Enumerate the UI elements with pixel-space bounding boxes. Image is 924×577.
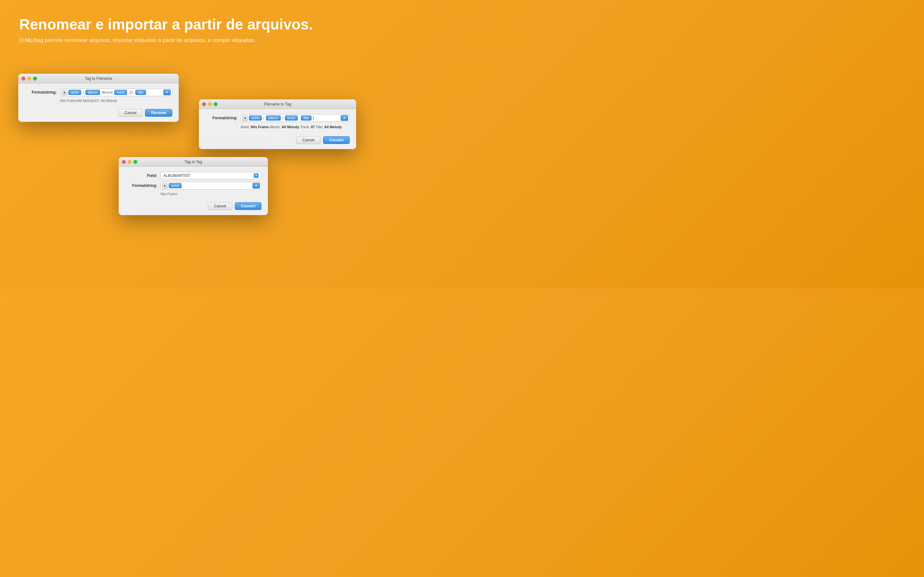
dialog3-preview: Nils Frahm [160, 192, 262, 196]
dialog3-minimize-button[interactable] [128, 160, 132, 164]
dialog3-dropdown[interactable]: ▾ [162, 183, 168, 189]
dialog1-maximize-button[interactable] [33, 77, 37, 81]
dialog2-formatstring-input[interactable]: ▾ artist / album / track title + [241, 114, 350, 122]
dialog1-sep2: /$num( [101, 90, 113, 94]
dialog2-dropdown[interactable]: ▾ [242, 115, 248, 121]
dialog2-add-button[interactable]: + [341, 115, 348, 121]
dialog3-cancel-button[interactable]: Cancel [208, 202, 232, 210]
dialog1-body: Formatstring: ▾ artist / album /$num( tr… [18, 83, 179, 122]
dialog3-close-button[interactable] [122, 160, 126, 164]
dialog1-tag-track: track [114, 90, 127, 95]
dialog1-rename-button[interactable]: Rename [145, 109, 172, 117]
dialog1-traffic-lights [21, 77, 37, 81]
dialog3-body: Field: ALBUMARTIST ▾ Formatstring: ▾ art… [119, 167, 268, 215]
dialog2-convert-button[interactable]: Convert [323, 136, 350, 144]
dialog2-tag-title: title [301, 115, 312, 121]
dialog2-close-button[interactable] [202, 102, 206, 106]
dialog3-maximize-button[interactable] [134, 160, 137, 164]
dialog2-button-row: Cancel Convert [205, 134, 350, 144]
dialog1-formatstring-input[interactable]: ▾ artist / album /$num( track ,2). title… [60, 89, 172, 96]
dialog2-titlebar: Filename to Tag [199, 99, 356, 109]
dialog3-title: Tag to Tag [184, 160, 202, 164]
dialog2-preview-title: All Melody [324, 125, 342, 129]
dialog2-preview-album-label: Album: [270, 125, 281, 129]
dialog1-formatstring-label: Formatstring: [25, 90, 57, 95]
page-header: Renomear e importar a partir de arquivos… [19, 16, 443, 44]
dialog1-preview: Nils Frahm/All Melody/07. All Melody [60, 99, 172, 103]
dialog1-tag-title: title [136, 90, 146, 95]
dialog2-traffic-lights [202, 102, 218, 106]
dialog3-formatstring-input[interactable]: ▾ artist + [160, 182, 262, 189]
dialog1-tag-album: album [86, 90, 100, 95]
dialog2-sep2: / [282, 116, 284, 120]
dialog2-formatstring-label: Formatstring: [205, 116, 237, 120]
tag-to-tag-dialog: Tag to Tag Field: ALBUMARTIST ▾ Formatst… [119, 157, 268, 215]
dialog2-cursor [313, 116, 313, 120]
dialog1-dropdown[interactable]: ▾ [61, 90, 67, 95]
dialog2-preview-track-label: Track: [300, 125, 311, 129]
dialog3-convert-button[interactable]: Convert [235, 202, 262, 210]
dialog2-minimize-button[interactable] [208, 102, 212, 106]
dialog2-title: Filename to Tag [264, 102, 291, 106]
dialog2-preview-album: All Melody [282, 125, 299, 129]
dialog1-tag-artist: artist [68, 90, 81, 95]
page-title: Renomear e importar a partir de arquivos… [19, 16, 443, 33]
dialog1-add-button[interactable]: + [163, 89, 171, 95]
dialog2-preview-artist-label: Artist: [241, 125, 250, 129]
dialog3-tag-artist: artist [169, 183, 182, 188]
dialog1-sep1: / [82, 90, 84, 94]
dialog2-preview: Artist: Nils Frahm Album: All Melody Tra… [241, 124, 350, 130]
dialog1-formatstring-row: Formatstring: ▾ artist / album /$num( tr… [25, 89, 172, 96]
dialog1-minimize-button[interactable] [27, 77, 31, 81]
dialog3-add-button[interactable]: + [252, 183, 260, 189]
dialog3-traffic-lights [122, 160, 137, 164]
dialog3-formatstring-row: Formatstring: ▾ artist + [125, 182, 262, 189]
dialog1-cancel-button[interactable]: Cancel [118, 109, 142, 117]
dialog2-tag-artist: artist [249, 115, 262, 121]
dialog1-close-button[interactable] [21, 77, 25, 81]
dialog2-maximize-button[interactable] [214, 102, 218, 106]
dialog3-field-value: ALBUMARTIST [163, 173, 190, 178]
dialog2-tag-track: track [285, 115, 298, 121]
filename-to-tag-dialog: Filename to Tag Formatstring: ▾ artist /… [199, 99, 356, 149]
dialog3-field-label: Field: [125, 173, 157, 178]
dialog1-titlebar: Tag to Filename [18, 74, 179, 83]
dialog3-titlebar: Tag to Tag [119, 157, 268, 167]
dialog2-preview-title-label: Title: [316, 125, 325, 129]
dialog3-field-arrow[interactable]: ▾ [254, 173, 258, 178]
dialog1-title: Tag to Filename [85, 76, 112, 81]
dialog2-body: Formatstring: ▾ artist / album / track t… [199, 109, 356, 149]
dialog2-preview-track: 07 [311, 125, 315, 129]
dialog2-cancel-button[interactable]: Cancel [296, 136, 320, 144]
dialog1-sep3: ,2). [128, 90, 134, 94]
dialog2-formatstring-row: Formatstring: ▾ artist / album / track t… [205, 114, 350, 122]
dialog1-button-row: Cancel Rename [25, 106, 172, 117]
dialog3-field-dropdown[interactable]: ALBUMARTIST ▾ [160, 172, 262, 179]
dialog2-preview-artist: Nils Frahm [250, 125, 269, 129]
page-subtitle: O Mp3tag permite renomear arquivos, impo… [19, 36, 443, 45]
dialog2-tag-album: album [266, 115, 281, 121]
tag-to-filename-dialog: Tag to Filename Formatstring: ▾ artist /… [18, 74, 179, 122]
dialog2-sep1: / [263, 116, 265, 120]
dialog3-formatstring-label: Formatstring: [125, 183, 157, 188]
dialog3-field-row: Field: ALBUMARTIST ▾ [125, 172, 262, 179]
dialog3-button-row: Cancel Convert [125, 200, 262, 210]
